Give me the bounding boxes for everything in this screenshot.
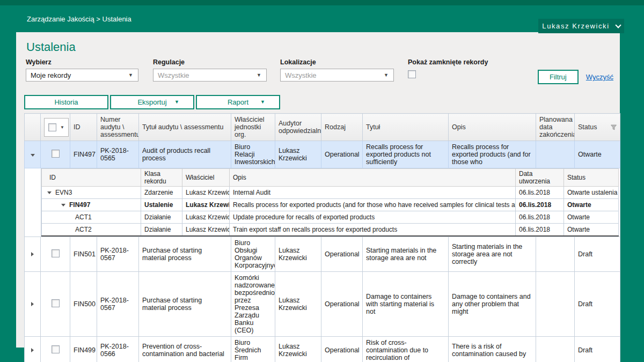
table-row[interactable]: FIN497PK-2018-0565Audit of products reca… [25, 141, 620, 168]
sub-row-created: 06.lis.2018 [516, 211, 564, 224]
sub-row-class: Zdarzenie [141, 187, 182, 199]
select-all-checkbox[interactable] [48, 123, 56, 131]
cell-planned-end-date [536, 237, 575, 272]
column-header-4[interactable]: Audytor odpowiedzialny [275, 114, 321, 141]
sub-column-header-0[interactable]: ID [42, 169, 141, 187]
column-header-5[interactable]: Rodzaj [321, 114, 363, 141]
sub-row-owner: Lukasz Krzewicki [182, 224, 230, 237]
sub-table-header-row: IDKlasa rekorduWłaścicielOpisData utworz… [42, 169, 619, 187]
report-button[interactable]: Raport ▼ [196, 95, 280, 109]
sub-column-header-5[interactable]: Status [564, 169, 619, 187]
cell-audit-title: Audit of products recall process [139, 141, 231, 168]
cell-id: FIN499 [70, 337, 97, 362]
sub-row-description: Recalls process for exported products (a… [230, 199, 516, 211]
cell-auditor: Lukasz Krzewicki [275, 141, 321, 168]
cell-title: Risk of cross-contamination due to recir… [363, 337, 449, 362]
sub-table-row[interactable]: FIN497UstalenieLukasz KrzewickiRecalls p… [42, 199, 619, 211]
column-header-9[interactable]: Status [575, 114, 620, 141]
regulations-select[interactable]: Wszystkie ▼ [153, 69, 267, 82]
cell-status: Draft [575, 272, 620, 337]
filter-button[interactable]: Filtruj [538, 70, 579, 84]
row-checkbox[interactable] [52, 249, 60, 257]
cell-org-owner: Biuro Średnich Firm [231, 337, 275, 362]
user-name: Lukasz Krzewicki [542, 22, 609, 30]
table-row[interactable]: FIN499PK-2018-0566Prevention of cross-co… [25, 337, 620, 362]
sub-row-id: ACT1 [75, 213, 92, 221]
sub-table-row[interactable]: ACT2DziałanieLukasz KrzewickiTrain expor… [42, 224, 619, 237]
chevron-down-icon: ▼ [260, 99, 265, 105]
row-expander-icon[interactable] [31, 154, 35, 157]
sub-row-class: Ustalenie [141, 199, 182, 211]
column-header-3[interactable]: Właściciel jednostki org. [231, 114, 275, 141]
column-header-2[interactable]: Tytuł audytu \ assessmentu [139, 114, 231, 141]
user-menu[interactable]: Lukasz Krzewicki [538, 19, 624, 33]
sub-row-id: EVN3 [55, 189, 72, 196]
history-button[interactable]: Historia [24, 95, 108, 109]
column-header-8[interactable]: Planowana data zakończenia [536, 114, 575, 141]
cell-planned-end-date [536, 141, 575, 168]
select-all-widget[interactable]: ▼ [44, 118, 69, 137]
sub-table-row[interactable]: EVN3ZdarzenieLukasz KrzewickiInternal Au… [42, 187, 619, 199]
clear-link[interactable]: Wyczyść [586, 73, 613, 81]
column-header-7[interactable]: Opis [449, 114, 536, 141]
locations-select[interactable]: Wszystkie ▼ [280, 69, 394, 82]
sub-row-created: 06.lis.2018 [516, 187, 564, 199]
select-all-header: ▼ [41, 114, 70, 141]
cell-id: FIN501 [70, 237, 97, 272]
row-checkbox[interactable] [52, 345, 60, 353]
record-scope-select[interactable]: Moje rekordy ▼ [26, 69, 138, 82]
cell-description: Starting materials in the storage area a… [449, 237, 536, 272]
sub-column-header-2[interactable]: Właściciel [182, 169, 230, 187]
cell-audit-number: PK-2018-0567 [97, 237, 139, 272]
cell-type: Operational [321, 272, 363, 337]
cell-auditor: Lukasz Krzewicki [275, 272, 321, 337]
sub-row-class: Działanie [141, 224, 182, 237]
column-header-1[interactable]: Numer audytu \ assessmentu [97, 114, 139, 141]
sub-row-expander-icon[interactable] [61, 204, 65, 206]
locations-filter-label: Lokalizacje [280, 58, 394, 66]
sub-row-description: Update procedure for recalls of exported… [230, 211, 516, 224]
sub-row-status: Otwarte [564, 199, 619, 211]
sub-row-id: FIN497 [69, 201, 90, 209]
cell-description: There is a risk of contamination caused … [449, 337, 536, 362]
cell-audit-number: PK-2018-0567 [97, 272, 139, 337]
chevron-down-icon [615, 22, 621, 28]
filter-funnel-icon[interactable] [611, 124, 617, 130]
page-title: Ustalenia [26, 40, 620, 54]
sub-row-owner: Lukasz Krzewicki [182, 187, 230, 199]
cell-org-owner: Biuro Obsługi Organów Korporacyjnych [231, 237, 275, 272]
cell-auditor: Lukasz Krzewicki [275, 237, 321, 272]
row-expander-icon[interactable] [31, 348, 34, 352]
sub-column-header-1[interactable]: Klasa rekordu [141, 169, 182, 187]
sub-table-row[interactable]: ACT1DziałanieLukasz KrzewickiUpdate proc… [42, 211, 619, 224]
cell-planned-end-date [536, 272, 575, 337]
chevron-down-icon: ▼ [384, 72, 389, 78]
sub-column-header-4[interactable]: Data utworzenia [516, 169, 564, 187]
expanded-detail-row: IDKlasa rekorduWłaścicielOpisData utworz… [25, 168, 620, 237]
show-closed-label: Pokaż zamknięte rekordy [408, 58, 488, 66]
export-button[interactable]: Eksportuj ▼ [110, 95, 194, 109]
cell-title: Starting materials in the storage area a… [363, 237, 449, 272]
related-records-table: IDKlasa rekorduWłaścicielOpisData utworz… [41, 168, 619, 237]
column-header-6[interactable]: Tytuł [363, 114, 449, 141]
column-header-0[interactable]: ID [70, 114, 97, 141]
top-accent-strip [0, 0, 644, 5]
row-expander-icon[interactable] [31, 302, 34, 306]
row-checkbox[interactable] [52, 150, 60, 158]
chevron-down-icon: ▼ [174, 99, 179, 105]
sub-column-header-3[interactable]: Opis [230, 169, 516, 187]
sub-row-expander-icon[interactable] [47, 191, 52, 194]
show-closed-checkbox[interactable] [408, 70, 416, 78]
table-header-row: ▼IDNumer audytu \ assessmentuTytuł audyt… [25, 114, 620, 141]
export-button-label: Eksportuj [137, 98, 166, 106]
row-expander-icon[interactable] [31, 252, 34, 256]
table-row[interactable]: FIN501PK-2018-0567Purchase of starting m… [25, 237, 620, 272]
cell-description: Damage to containers and any other probl… [449, 272, 536, 337]
cell-auditor: Lukasz Krzewicki [275, 337, 321, 362]
toolbar: Historia Eksportuj ▼ Raport ▼ [24, 95, 620, 109]
cell-title: Damage to containers with starting mater… [363, 272, 449, 337]
breadcrumb: Zarządzanie Jakością > Ustalenia [27, 15, 131, 23]
row-checkbox[interactable] [52, 299, 60, 307]
regulations-value: Wszystkie [158, 71, 189, 79]
table-row[interactable]: FIN500PK-2018-0567Purchase of starting m… [25, 272, 620, 337]
